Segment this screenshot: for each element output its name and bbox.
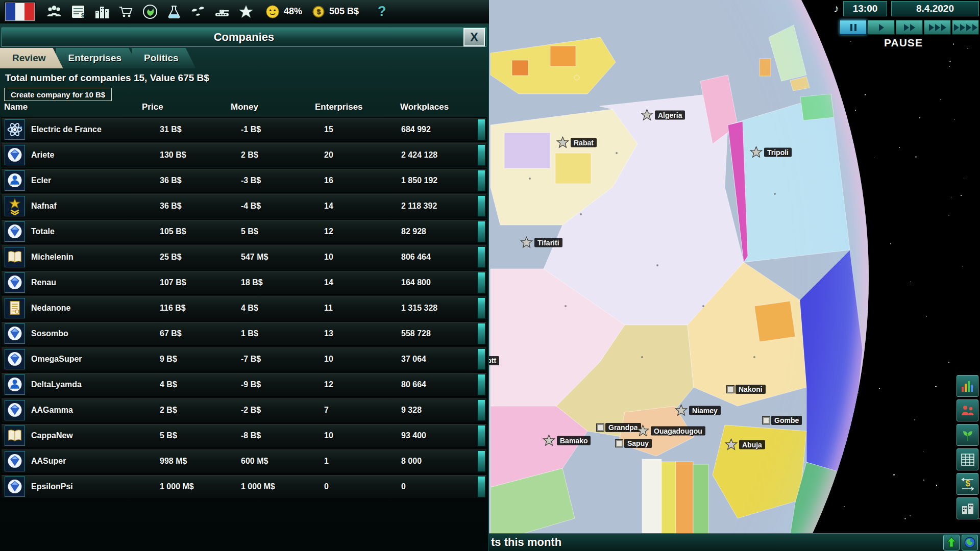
map-marker-sapuy[interactable]: Sapuy: [616, 439, 652, 448]
company-row-nedanone[interactable]: Nedanone116 B$4 B$111 315 328: [1, 296, 487, 320]
map-marker-niamey[interactable]: Niamey: [675, 404, 721, 417]
person-icon: [5, 374, 25, 395]
clock-panel: ♪ 13:00 8.4.2020 PAUSE: [828, 1, 979, 49]
company-price: 2 B$: [160, 406, 177, 415]
play-button[interactable]: [868, 20, 895, 35]
map-marker-nakoni[interactable]: Nakoni: [727, 385, 766, 394]
map-marker-tifariti[interactable]: Tifariti: [520, 236, 562, 249]
globe-button[interactable]: [962, 535, 978, 550]
map-marker-bamako[interactable]: Bamako: [543, 434, 591, 447]
company-name: CappaNew: [31, 431, 73, 440]
data-tool-button[interactable]: [957, 448, 978, 470]
help-button[interactable]: ?: [378, 4, 386, 19]
company-row-totale[interactable]: Totale105 B$5 B$1282 928: [1, 219, 487, 244]
row-accent: [477, 425, 485, 446]
menu-icons: $: [44, 2, 256, 21]
france-flag[interactable]: [5, 3, 35, 21]
company-row-electric-de-france[interactable]: Electric de France31 B$-1 B$15684 992: [1, 117, 487, 142]
column-money: Money: [231, 102, 258, 112]
approval-stat[interactable]: 48%: [264, 4, 302, 20]
population-tool-button[interactable]: [957, 399, 978, 421]
statistics-tool-button[interactable]: [957, 375, 978, 397]
city-square-icon: [616, 440, 623, 447]
ticker-bar: ts this month: [489, 533, 980, 551]
agriculture-tool-button[interactable]: [957, 424, 978, 446]
map-marker-abuja[interactable]: Abuja: [725, 438, 765, 451]
company-name: Sosombo: [31, 329, 68, 338]
budget-icon[interactable]: $: [68, 2, 88, 21]
environment-icon[interactable]: [140, 2, 160, 21]
map-marker-tripoli[interactable]: Tripoli: [750, 146, 792, 159]
table-header: Name Price Money Enterprises Workplaces: [0, 102, 488, 115]
company-money: -7 B$: [241, 355, 261, 364]
company-money: -8 B$: [241, 431, 261, 440]
company-row-omegasuper[interactable]: OmegaSuper9 B$-7 B$1037 064: [1, 347, 487, 371]
company-price: 5 B$: [160, 431, 177, 440]
population-icon[interactable]: [44, 2, 64, 21]
company-row-deltalyamda[interactable]: DeltaLyamda4 B$-9 B$1280 664: [1, 372, 487, 397]
company-name: Renau: [31, 278, 56, 287]
military-icon[interactable]: [212, 2, 232, 21]
company-row-sosombo[interactable]: Sosombo67 B$1 B$13558 728: [1, 321, 487, 346]
map-label: Grandpa: [605, 423, 641, 432]
tab-enterprises[interactable]: Enterprises: [56, 48, 139, 68]
map-marker-gombe[interactable]: Gombe: [763, 416, 802, 425]
company-money: 547 M$: [241, 253, 268, 262]
company-workplaces: 0: [401, 482, 406, 491]
company-row-renau[interactable]: Renau107 B$18 B$14164 800: [1, 270, 487, 295]
pause-button[interactable]: [840, 20, 867, 35]
person-icon: [5, 170, 25, 191]
time-display: 13:00: [843, 1, 887, 16]
map-marker-algeria[interactable]: Algeria: [641, 109, 685, 121]
tab-review[interactable]: Review: [0, 48, 63, 68]
map-label: Sapuy: [624, 439, 652, 448]
row-accent: [477, 297, 485, 319]
company-money: -1 B$: [241, 125, 261, 134]
companies-window: Companies X Review Enterprises Politics …: [0, 23, 489, 551]
industry-icon[interactable]: [92, 2, 112, 21]
commerce-icon[interactable]: [116, 2, 136, 21]
close-button[interactable]: X: [463, 28, 485, 46]
create-company-button[interactable]: Create company for 10 B$: [4, 88, 112, 101]
favorites-icon[interactable]: [236, 2, 256, 21]
treasury-stat[interactable]: $ 505 B$: [311, 4, 359, 19]
map-marker-rabat[interactable]: Rabat: [556, 136, 597, 149]
tab-politics[interactable]: Politics: [132, 48, 196, 68]
company-workplaces: 82 928: [401, 227, 426, 236]
document-icon: [5, 298, 25, 318]
company-name: AAGamma: [31, 406, 73, 415]
music-icon[interactable]: ♪: [834, 2, 839, 15]
company-row-nafnaf[interactable]: Nafnaf36 B$-4 B$142 118 392: [1, 194, 487, 218]
industry-tool-button[interactable]: [957, 497, 978, 519]
world-map[interactable]: AlgeriaRabatTripoliTifaritichottNakoniNi…: [489, 0, 980, 551]
map-label: Rabat: [571, 138, 597, 147]
company-workplaces: 93 400: [401, 431, 426, 440]
finance-tool-button[interactable]: $: [957, 473, 978, 495]
research-icon[interactable]: [164, 2, 184, 21]
diplomacy-icon[interactable]: [188, 2, 208, 21]
company-name: DeltaLyamda: [31, 380, 82, 389]
company-row-michelenin[interactable]: Michelenin25 B$547 M$10806 464: [1, 245, 487, 269]
up-arrow-button[interactable]: [943, 535, 960, 550]
company-row-aagamma[interactable]: AAGamma2 B$-2 B$79 328: [1, 398, 487, 422]
map-marker-chott[interactable]: chott: [489, 356, 499, 365]
speed-3x-button[interactable]: [924, 20, 951, 35]
company-row-epsilonpsi[interactable]: EpsilonPsi1 000 M$1 000 M$00: [1, 474, 487, 499]
speed-4x-button[interactable]: [952, 20, 979, 35]
pause-status: PAUSE: [828, 37, 979, 49]
company-enterprises: 11: [324, 304, 333, 313]
company-money: -3 B$: [241, 176, 261, 185]
company-row-cappanew[interactable]: CappaNew5 B$-8 B$1093 400: [1, 423, 487, 448]
gem-icon: [5, 323, 25, 344]
map-marker-grandpa[interactable]: Grandpa: [597, 423, 641, 432]
company-row-ariete[interactable]: Ariete130 B$2 B$202 424 128: [1, 143, 487, 167]
map-markers-layer: AlgeriaRabatTripoliTifaritichottNakoniNi…: [489, 0, 980, 551]
company-price: 105 B$: [160, 227, 186, 236]
game-screen: AlgeriaRabatTripoliTifaritichottNakoniNi…: [0, 0, 980, 551]
map-marker-ouagadougou[interactable]: Ouagadougou: [636, 424, 705, 437]
company-enterprises: 12: [324, 380, 333, 389]
speed-2x-button[interactable]: [896, 20, 923, 35]
company-row-aasuper[interactable]: AASuper998 M$600 M$18 000: [1, 449, 487, 473]
company-row-ecler[interactable]: Ecler36 B$-3 B$161 850 192: [1, 168, 487, 193]
company-enterprises: 10: [324, 355, 333, 364]
